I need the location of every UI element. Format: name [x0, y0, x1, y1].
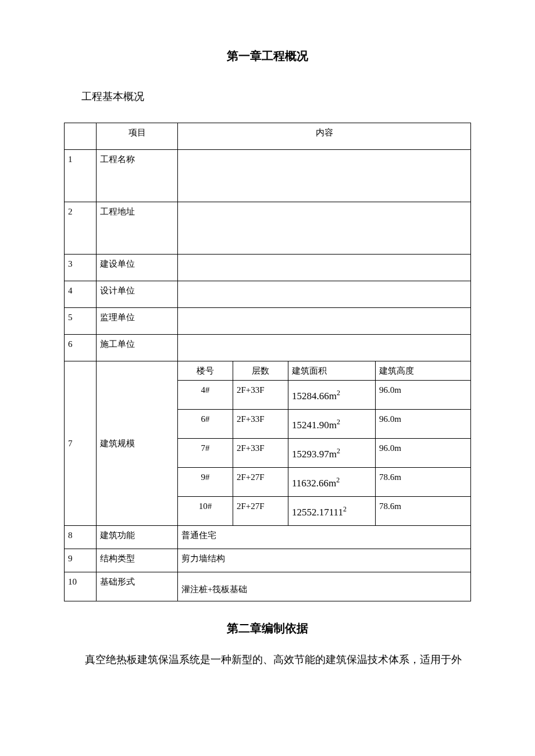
scale-header-row: 7 建筑规模 楼号 层数 建筑面积 建筑高度 [65, 361, 471, 380]
scale-height: 96.0m [376, 438, 471, 467]
row-label: 建筑功能 [97, 525, 178, 549]
scale-area: 15241.90m2 [288, 409, 376, 438]
scale-height: 96.0m [376, 409, 471, 438]
scale-floors: 2F+27F [233, 467, 288, 496]
scale-floors: 2F+33F [233, 438, 288, 467]
row-value: 灌注桩+筏板基础 [178, 572, 471, 601]
area-sup: 2 [337, 447, 340, 455]
row-num: 8 [65, 525, 97, 549]
section-subtitle: 工程基本概况 [81, 88, 471, 105]
scale-area: 11632.66m2 [288, 467, 376, 496]
scale-building: 10# [178, 496, 233, 525]
scale-floors: 2F+33F [233, 409, 288, 438]
scale-floors: 2F+33F [233, 380, 288, 409]
scale-floors: 2F+27F [233, 496, 288, 525]
row-value [178, 334, 471, 361]
scale-height: 96.0m [376, 380, 471, 409]
table-row: 1 工程名称 [65, 149, 471, 202]
table-header-row: 项目 内容 [65, 123, 471, 149]
table-row: 3 建设单位 [65, 254, 471, 281]
row-value [178, 149, 471, 202]
scale-col-building: 楼号 [178, 361, 233, 380]
row-num: 1 [65, 149, 97, 202]
scale-building: 9# [178, 467, 233, 496]
area-value: 12552.17111 [292, 506, 343, 517]
area-sup: 2 [337, 389, 340, 397]
area-value: 15241.90m [292, 419, 337, 430]
scale-col-height: 建筑高度 [376, 361, 471, 380]
row-value: 普通住宅 [178, 525, 471, 549]
header-blank [65, 123, 97, 149]
scale-height: 78.6m [376, 467, 471, 496]
row-num: 10 [65, 572, 97, 601]
row-label: 建筑规模 [97, 361, 178, 525]
scale-area: 15293.97m2 [288, 438, 376, 467]
table-row: 9 结构类型 剪力墙结构 [65, 549, 471, 572]
row-label: 基础形式 [97, 572, 178, 601]
row-label: 设计单位 [97, 281, 178, 307]
scale-col-area: 建筑面积 [288, 361, 376, 380]
header-content: 内容 [178, 123, 471, 149]
body-paragraph: 真空绝热板建筑保温系统是一种新型的、高效节能的建筑保温技术体系，适用于外 [64, 649, 471, 670]
row-value [178, 202, 471, 254]
header-item: 项目 [97, 123, 178, 149]
table-row: 8 建筑功能 普通住宅 [65, 525, 471, 549]
row-value [178, 254, 471, 281]
table-row: 2 工程地址 [65, 202, 471, 254]
scale-height: 78.6m [376, 496, 471, 525]
chapter-2-title: 第二章编制依据 [64, 619, 471, 637]
row-value [178, 281, 471, 307]
area-sup: 2 [336, 476, 340, 484]
scale-building: 7# [178, 438, 233, 467]
chapter-1-title: 第一章工程概况 [64, 46, 471, 65]
area-value: 11632.66m [292, 477, 336, 488]
row-num: 3 [65, 254, 97, 281]
project-overview-table: 项目 内容 1 工程名称 2 工程地址 3 建设单位 4 设计单位 5 监理单位… [64, 123, 471, 601]
table-row: 5 监理单位 [65, 307, 471, 334]
row-value [178, 307, 471, 334]
area-value: 15293.97m [292, 448, 337, 459]
area-sup: 2 [337, 418, 340, 426]
scale-building: 6# [178, 409, 233, 438]
area-sup: 2 [343, 505, 347, 513]
row-num: 7 [65, 361, 97, 525]
scale-col-floors: 层数 [233, 361, 288, 380]
table-row: 6 施工单位 [65, 334, 471, 361]
scale-building: 4# [178, 380, 233, 409]
row-label: 工程名称 [97, 149, 178, 202]
row-num: 2 [65, 202, 97, 254]
row-label: 结构类型 [97, 549, 178, 572]
table-row: 4 设计单位 [65, 281, 471, 307]
row-num: 6 [65, 334, 97, 361]
row-label: 施工单位 [97, 334, 178, 361]
row-label: 监理单位 [97, 307, 178, 334]
row-num: 5 [65, 307, 97, 334]
area-value: 15284.66m [292, 390, 337, 401]
row-num: 4 [65, 281, 97, 307]
row-num: 9 [65, 549, 97, 572]
row-value: 剪力墙结构 [178, 549, 471, 572]
scale-area: 12552.171112 [288, 496, 376, 525]
row-label: 建设单位 [97, 254, 178, 281]
table-row: 10 基础形式 灌注桩+筏板基础 [65, 572, 471, 601]
row-label: 工程地址 [97, 202, 178, 254]
scale-area: 15284.66m2 [288, 380, 376, 409]
